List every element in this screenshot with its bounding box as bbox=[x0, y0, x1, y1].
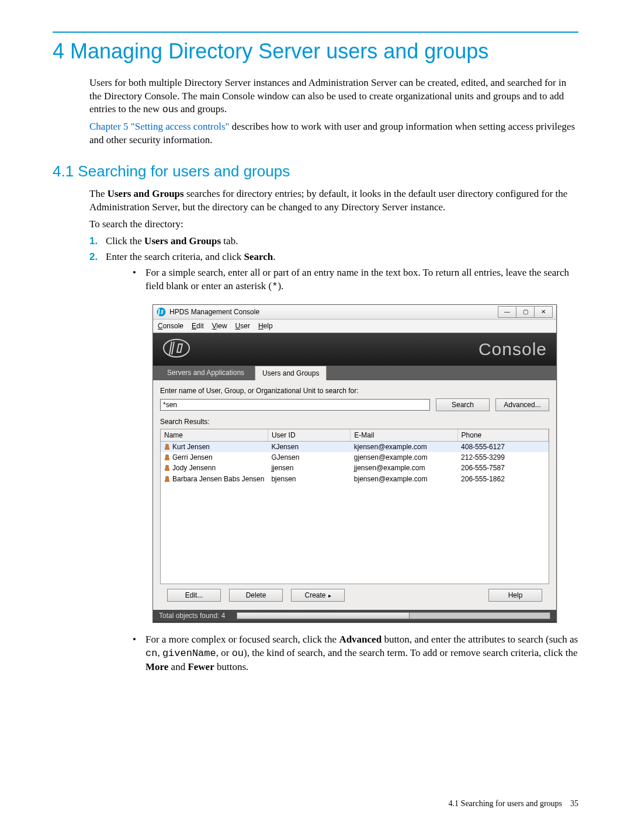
footer-page-number: 35 bbox=[570, 799, 578, 808]
menu-help[interactable]: Help bbox=[258, 321, 273, 331]
step-1: 1. Click the Users and Groups tab. bbox=[89, 235, 578, 248]
app-window: HPDS Management Console — ▢ ✕ Console Ed… bbox=[152, 304, 557, 623]
tab-servers-and-applications[interactable]: Servers and Applications bbox=[160, 366, 251, 380]
bullet-advanced-search: For a more complex or focused search, cl… bbox=[129, 633, 578, 674]
advanced-button[interactable]: Advanced... bbox=[495, 398, 549, 411]
text: and bbox=[168, 661, 188, 672]
chapter-5-link[interactable]: Chapter 5 "Setting access controls" bbox=[89, 121, 230, 132]
text: ). bbox=[278, 280, 283, 291]
advanced-bold: Advanced bbox=[339, 634, 382, 645]
page-footer: 4.1 Searching for users and groups 35 bbox=[449, 799, 578, 810]
cell-phone: 408-555-6127 bbox=[457, 442, 548, 453]
table-row[interactable]: Gerri Jensen GJensen gjensen@example.com… bbox=[161, 452, 549, 463]
cell-phone: 206-555-7587 bbox=[457, 463, 548, 473]
text: button, and enter the attributes to sear… bbox=[382, 634, 578, 645]
text: For a simple search, enter all or part o… bbox=[145, 267, 569, 291]
search-results-label: Search Results: bbox=[160, 417, 549, 426]
window-controls: — ▢ ✕ bbox=[498, 306, 553, 318]
step-2: 2. Enter the search criteria, and click … bbox=[89, 251, 578, 674]
fewer-bold: Fewer bbox=[188, 661, 214, 672]
bullet-list-2: For a more complex or focused search, cl… bbox=[129, 633, 578, 674]
hp-icon bbox=[157, 307, 166, 317]
text: Enter the search criteria, and click bbox=[106, 251, 244, 262]
menu-user[interactable]: User bbox=[235, 321, 250, 331]
top-rule bbox=[53, 32, 578, 33]
create-button[interactable]: Create bbox=[291, 589, 345, 602]
col-userid[interactable]: User ID bbox=[268, 429, 350, 442]
tabs: Servers and Applications Users and Group… bbox=[153, 366, 556, 380]
cell-email: gjensen@example.com bbox=[351, 452, 457, 463]
col-email[interactable]: E-Mail bbox=[351, 429, 457, 442]
col-name[interactable]: Name bbox=[161, 429, 268, 442]
bullet-list-1: For a simple search, enter all or part o… bbox=[129, 266, 578, 294]
more-bold: More bbox=[145, 661, 168, 672]
cell-phone: 212-555-3299 bbox=[457, 452, 548, 463]
titlebar: HPDS Management Console — ▢ ✕ bbox=[153, 305, 556, 320]
status-text: Total objects found: 4 bbox=[159, 611, 225, 620]
table-row[interactable]: Jody Jensenn jjensen jjensen@example.com… bbox=[161, 463, 549, 473]
results-table-wrap: Name User ID E-Mail Phone Kurt Jensen bbox=[160, 429, 549, 584]
results-table: Name User ID E-Mail Phone Kurt Jensen bbox=[161, 429, 549, 484]
ou-code: ou bbox=[162, 104, 174, 115]
cell-userid: GJensen bbox=[268, 452, 350, 463]
menubar: Console Edit View User Help bbox=[153, 320, 556, 333]
intro-paragraph-2: Chapter 5 "Setting access controls" desc… bbox=[89, 120, 578, 147]
minimize-button[interactable]: — bbox=[498, 306, 516, 318]
footer-section: 4.1 Searching for users and groups bbox=[449, 799, 562, 808]
givenname-code: givenName bbox=[162, 648, 216, 659]
banner-title: Console bbox=[479, 338, 547, 362]
step-number: 2. bbox=[89, 251, 98, 264]
help-button[interactable]: Help bbox=[488, 589, 542, 602]
window-title: HPDS Management Console bbox=[169, 307, 498, 317]
tab-users-and-groups[interactable]: Users and Groups bbox=[255, 366, 327, 380]
edit-button[interactable]: Edit... bbox=[167, 589, 221, 602]
cell-email: kjensen@example.com bbox=[351, 442, 457, 453]
table-row[interactable]: Barbara Jensen Babs Jensen bjensen bjens… bbox=[161, 474, 549, 484]
step-bold: Users and Groups bbox=[144, 235, 221, 247]
search-input[interactable] bbox=[160, 399, 430, 411]
menu-view[interactable]: View bbox=[212, 321, 227, 331]
user-icon bbox=[164, 454, 170, 460]
menu-edit[interactable]: Edit bbox=[192, 321, 204, 331]
step-bold: Search bbox=[244, 251, 273, 262]
steps-list: 1. Click the Users and Groups tab. 2. En… bbox=[89, 235, 578, 674]
text: Users for both multiple Directory Server… bbox=[89, 77, 566, 115]
maximize-button[interactable]: ▢ bbox=[516, 306, 535, 318]
table-row[interactable]: Kurt Jensen KJensen kjensen@example.com … bbox=[161, 442, 549, 453]
cn-code: cn bbox=[145, 648, 157, 659]
text: Click the bbox=[106, 235, 144, 247]
menu-console[interactable]: Console bbox=[158, 321, 183, 331]
button-bar: Edit... Delete Create Help bbox=[160, 584, 549, 606]
chapter-title: 4 Managing Directory Server users and gr… bbox=[53, 37, 578, 66]
asterisk-code: * bbox=[272, 281, 278, 292]
text: The bbox=[89, 188, 108, 199]
cell-userid: KJensen bbox=[268, 442, 350, 453]
cell-email: bjensen@example.com bbox=[351, 474, 457, 484]
user-icon bbox=[164, 444, 170, 450]
horizontal-scrollbar[interactable] bbox=[237, 612, 550, 619]
bullet-simple-search: For a simple search, enter all or part o… bbox=[129, 266, 578, 294]
cell-name: Jody Jensenn bbox=[172, 464, 216, 472]
cell-name: Kurt Jensen bbox=[172, 443, 210, 451]
text: buttons. bbox=[214, 661, 249, 672]
search-button[interactable]: Search bbox=[436, 398, 490, 411]
delete-button[interactable]: Delete bbox=[229, 589, 283, 602]
hp-logo-icon bbox=[162, 338, 190, 360]
cell-userid: jjensen bbox=[268, 463, 350, 473]
text: , or bbox=[216, 647, 232, 658]
step-number: 1. bbox=[89, 235, 98, 248]
svg-point-1 bbox=[164, 339, 189, 357]
scrollbar-thumb[interactable] bbox=[237, 613, 410, 619]
col-phone[interactable]: Phone bbox=[457, 429, 548, 442]
close-button[interactable]: ✕ bbox=[534, 306, 553, 318]
text: ), the kind of search, and the search te… bbox=[244, 647, 578, 658]
ou-code: ou bbox=[232, 648, 244, 659]
cell-name: Gerri Jensen bbox=[172, 453, 213, 461]
users-and-groups-bold: Users and Groups bbox=[108, 188, 184, 199]
user-icon bbox=[164, 476, 170, 482]
section-title: 4.1 Searching for users and groups bbox=[53, 161, 578, 182]
text: s and groups. bbox=[174, 103, 227, 114]
cell-name: Barbara Jensen Babs Jensen bbox=[172, 475, 264, 483]
cell-phone: 206-555-1862 bbox=[457, 474, 548, 484]
text: , bbox=[157, 647, 162, 658]
